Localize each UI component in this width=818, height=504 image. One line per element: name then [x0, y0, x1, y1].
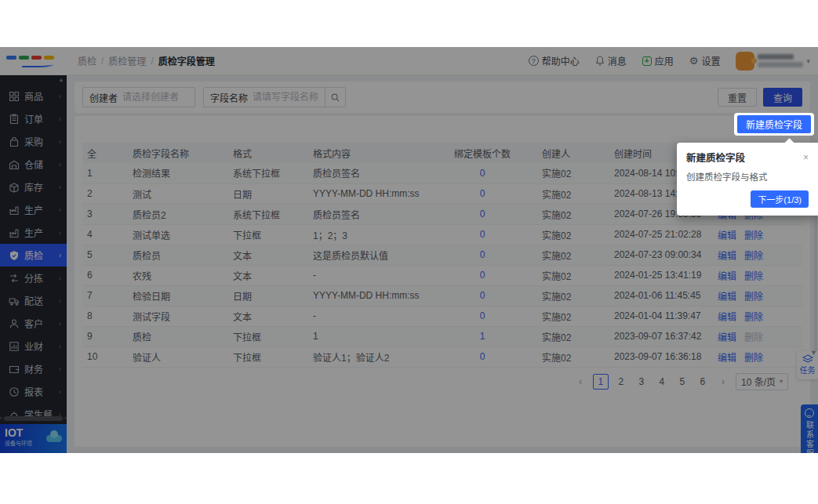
next-step-button[interactable]: 下一步(1/3) — [751, 190, 809, 208]
tour-dim-overlay — [0, 47, 818, 453]
new-inspection-field-button[interactable]: 新建质检字段 — [737, 115, 811, 133]
close-icon[interactable]: × — [803, 152, 809, 163]
popup-description: 创建质检字段与格式 — [686, 170, 809, 183]
tour-spotlight: 新建质检字段 — [734, 113, 814, 136]
tour-popup: 新建质检字段 × 创建质检字段与格式 下一步(1/3) — [677, 143, 818, 216]
popup-title: 新建质检字段 — [686, 150, 745, 165]
screen: 质检 / 质检管理 / 质检字段管理 ? 帮助中心 消息 + 应用 — [0, 0, 818, 504]
